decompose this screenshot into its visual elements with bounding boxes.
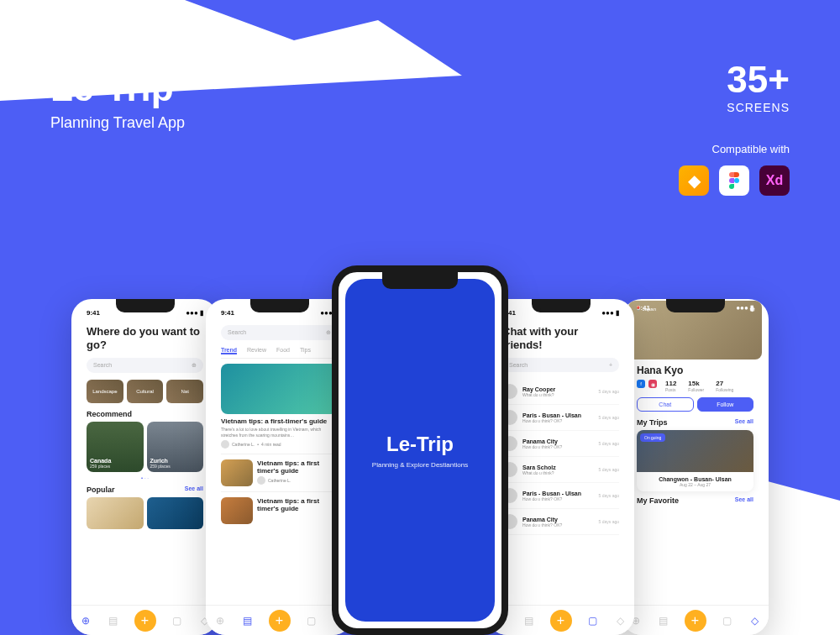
trip-status-badge: On going [640, 433, 665, 442]
article-row[interactable]: Vietnam tips: a first timer's guideCathe… [221, 454, 338, 486]
status-time: 9:41 [221, 309, 234, 317]
hero-title: Le-Trip [50, 67, 185, 109]
chat-row[interactable]: Sara ScholzWhat do u think?5 days ago [502, 457, 619, 483]
hero-header: Le-Trip Planning Travel App [50, 67, 185, 132]
popular-label: PopularSee all [87, 485, 203, 494]
my-trips-label: My TripsSee all [637, 418, 753, 427]
chat-icon[interactable]: ▢ [305, 614, 318, 627]
stat-followers: 15kFollower [688, 380, 704, 392]
status-time: 9:41 [87, 309, 100, 317]
chat-button[interactable]: Chat [637, 397, 694, 412]
chat-row[interactable]: Panama CityHow do u think? OK?5 days ago [502, 509, 619, 535]
tab-food[interactable]: Food [276, 347, 290, 354]
page-dots: • · · [87, 475, 203, 480]
splash-tagline: Planning & Explore Destiantions [372, 461, 468, 469]
phone-notch [666, 299, 725, 312]
stat-posts: 112Posts [665, 380, 676, 392]
splash-screen: Le-Trip Planning & Explore Destiantions [345, 279, 495, 622]
popular-card[interactable] [147, 497, 204, 529]
status-icons: ●●● ▮ [601, 309, 619, 317]
phone-notch [116, 299, 175, 312]
bottom-nav: ⊕ ▤ + ▢ ◇ [71, 605, 218, 635]
notes-icon[interactable]: ▤ [522, 614, 536, 627]
splash-logo: Le-Trip [386, 433, 454, 456]
instagram-icon[interactable]: ◉ [648, 380, 657, 388]
notes-icon[interactable]: ▤ [107, 614, 120, 627]
category-chip[interactable]: Nat [166, 380, 203, 403]
phone-mockup-explore: 9:41●●● ▮ Where do you want to go? Searc… [71, 299, 218, 635]
search-input[interactable]: Search⊕ [87, 358, 203, 373]
chat-icon[interactable]: ▢ [721, 614, 734, 627]
article-meta: Catherine L.•4 min read [221, 440, 338, 449]
compatibility-block: Compatible with ◆ Xd [679, 143, 790, 196]
phone-mockup-chat: 9:41●●● ▮ Chat with your friends! Search… [487, 299, 634, 635]
content-tabs: Trend Review Food Tips [221, 347, 338, 359]
sketch-icon: ◆ [679, 165, 709, 196]
compass-icon[interactable]: ⊕ [213, 614, 227, 627]
trip-card[interactable]: On going Changwon - Busan- UlsanAug 22 –… [637, 430, 753, 491]
tab-trend[interactable]: Trend [221, 347, 237, 354]
bottom-nav: ⊕ ▤ + ▢ ◇ [206, 605, 353, 635]
destination-card[interactable]: Zurich259 places [147, 422, 204, 472]
screens-count: 35+ [727, 59, 790, 101]
popular-card[interactable] [87, 497, 144, 529]
svg-point-0 [734, 178, 739, 183]
stat-following: 27Following [716, 380, 733, 392]
figma-icon [719, 165, 749, 196]
search-input[interactable]: Search⊕ [221, 325, 338, 340]
add-button[interactable]: + [134, 610, 156, 632]
my-favorite-label: My FavoriteSee all [637, 496, 753, 505]
category-chip[interactable]: Cultural [127, 380, 164, 403]
chat-row[interactable]: Paris - Busan - UlsanHow do u think? OK?… [502, 405, 619, 431]
follow-button[interactable]: Follow [697, 397, 754, 412]
chat-heading: Chat with your friends! [502, 325, 619, 351]
notes-icon[interactable]: ▤ [241, 614, 255, 627]
phone-notch [382, 272, 458, 289]
chat-row[interactable]: Ray CooperWhat do u think?5 days ago [502, 379, 619, 405]
phone-showcase: 9:41●●● ▮ Where do you want to go? Searc… [71, 265, 769, 635]
tab-review[interactable]: Review [247, 347, 266, 354]
tab-tips[interactable]: Tips [300, 347, 311, 354]
author-avatar [221, 440, 229, 449]
category-chip[interactable]: Landscape [87, 380, 123, 403]
add-chat-icon[interactable]: + [609, 362, 612, 368]
bottom-nav: ⊕ ▤ + ▢ ◇ [487, 605, 634, 635]
xd-icon: Xd [759, 165, 790, 196]
profile-icon[interactable]: ◇ [614, 614, 627, 627]
phone-mockup-profile: 9:41●●● ▮ 📍 Japan ⚙ Hana Kyo f◉ 112Posts… [622, 299, 769, 635]
phone-notch [532, 299, 591, 312]
recommend-label: Recommend [87, 410, 203, 418]
screens-badge: 35+ SCREENS [727, 59, 790, 114]
chat-icon[interactable]: ▢ [171, 614, 184, 627]
article-hero-image[interactable] [221, 364, 338, 414]
article-thumb [221, 459, 253, 486]
chat-row[interactable]: Panama CityHow do u think? OK?5 days ago [502, 431, 619, 457]
profile-icon[interactable]: ◇ [748, 614, 762, 627]
screens-label: SCREENS [727, 101, 790, 114]
article-row[interactable]: Vietnam tips: a first timer's guide [221, 491, 338, 524]
hero-subtitle: Planning Travel App [50, 114, 185, 132]
chat-row[interactable]: Paris - Busan - UlsanHow do u think? OK?… [502, 483, 619, 509]
article-thumb [221, 497, 253, 524]
compass-icon[interactable]: ⊕ [79, 614, 92, 627]
compat-label: Compatible with [679, 143, 790, 155]
add-button[interactable]: + [685, 610, 706, 632]
phone-notch [250, 299, 309, 312]
search-input[interactable]: Search+ [502, 358, 619, 372]
phone-mockup-splash: Le-Trip Planning & Explore Destiantions [332, 265, 508, 635]
location-badge: 📍 Japan [635, 306, 656, 312]
destination-card[interactable]: Canada259 places [87, 422, 144, 472]
add-button[interactable]: + [269, 610, 291, 632]
article-title[interactable]: Vietnam tips: a first-timer's guide [221, 417, 338, 425]
phone-mockup-articles: 9:41●●● ▮ Search⊕ Trend Review Food Tips… [206, 299, 353, 635]
settings-icon[interactable]: ⚙ [749, 306, 755, 313]
profile-name: Hana Kyo [637, 365, 753, 376]
status-icons: ●●● ▮ [186, 309, 203, 317]
explore-heading: Where do you want to go? [87, 325, 203, 351]
bottom-nav: ⊕ ▤ + ▢ ◇ [622, 605, 769, 635]
add-button[interactable]: + [550, 610, 572, 632]
notes-icon[interactable]: ▤ [657, 614, 670, 627]
facebook-icon[interactable]: f [637, 380, 645, 388]
chat-icon[interactable]: ▢ [586, 614, 600, 627]
article-excerpt: There's a lot to love about travelling i… [221, 427, 338, 438]
